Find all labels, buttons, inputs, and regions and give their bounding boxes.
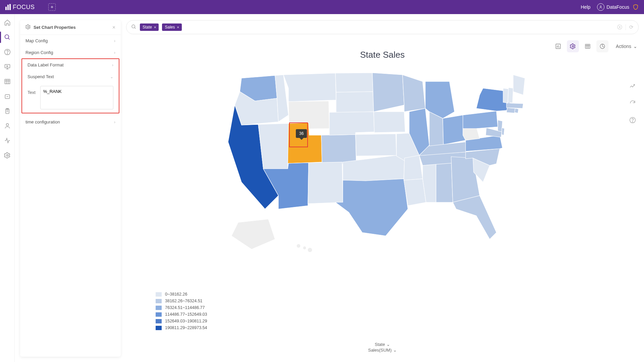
left-nav-rail [0,14,15,362]
user-menu[interactable]: DataFocus [597,3,639,11]
axis-labels: State ⌄ Sales(SUM) ⌄ [368,341,396,353]
svg-point-1 [5,35,9,39]
suspend-text-row[interactable]: Suspend Text ⌄ [22,71,119,83]
nav-user[interactable] [4,122,11,130]
map-svg [221,68,543,256]
map-legend: 0~38162.26 38162.26~76324.51 76324.51~11… [156,292,207,332]
state-hawaii [297,244,301,248]
map-config-row[interactable]: Map Config › [20,35,121,47]
clear-query-icon[interactable]: ⓧ [617,24,622,31]
nav-help[interactable] [4,48,11,56]
svg-point-9 [6,155,8,156]
data-label-format-row[interactable]: Data Label Format › [22,59,119,71]
state-new-mexico [308,162,343,204]
help-link[interactable]: Help [581,4,591,10]
info-icon[interactable] [629,117,636,125]
svg-point-10 [28,26,29,28]
panel-header: Set Chart Properties × [20,20,121,35]
state-maine [513,75,525,95]
actions-dropdown[interactable]: Actions ⌄ [616,44,637,49]
legend-swatch [156,292,162,297]
legend-swatch [156,319,162,323]
remove-pill-icon[interactable]: × [154,25,156,29]
state-new-hampshire [508,88,513,103]
chevron-down-icon: ⌄ [393,348,397,353]
legend-swatch [156,299,162,303]
nav-activity[interactable] [4,137,11,144]
remove-pill-icon[interactable]: × [177,25,179,29]
gear-icon [25,24,31,31]
chevron-right-icon: › [114,50,115,55]
usa-map[interactable]: 36 [221,68,543,256]
svg-point-8 [6,123,8,126]
legend-swatch [156,312,162,317]
state-rhode-island [515,108,519,113]
nav-clipboard[interactable] [4,107,11,115]
chevron-right-icon: › [112,63,113,67]
text-field-input[interactable] [40,86,113,109]
svg-point-17 [308,248,312,252]
time-config-label: time configuration [25,119,60,124]
region-config-row[interactable]: Region Config › [20,47,121,58]
chart-type-button[interactable] [596,40,608,52]
map-tooltip: 36 [296,129,307,138]
nav-settings[interactable] [4,152,11,159]
panel-close-button[interactable]: × [112,24,115,31]
svg-point-13 [572,46,574,47]
state-connecticut [506,108,515,113]
new-tab-button[interactable]: ＋ [48,3,56,11]
state-nevada [258,123,288,169]
refresh-query-icon[interactable]: ⟳ [629,24,634,30]
config-axes-button[interactable] [552,40,564,52]
state-north-dakota [335,73,373,92]
axis-measure[interactable]: Sales(SUM) ⌄ [368,348,396,353]
nav-present[interactable] [4,63,11,70]
state-pennsylvania [463,111,498,128]
chart-settings-button[interactable] [567,40,579,52]
chevron-down-icon: ⌄ [110,74,113,79]
chevron-right-icon: › [114,120,115,124]
shield-icon [633,4,639,10]
nav-table[interactable] [4,78,11,85]
svg-point-0 [600,6,601,7]
nav-box[interactable] [4,93,11,100]
text-field-label: Text [28,86,36,95]
time-config-row[interactable]: time configuration › [20,116,121,128]
user-name: DataFocus [606,4,629,10]
panel-title: Set Chart Properties [34,25,112,30]
legend-item: 190811.29~228973.54 [156,325,207,330]
chevron-down-icon: ⌄ [633,44,637,49]
divider [626,24,626,30]
app-name: FOCUS [13,4,35,11]
svg-point-11 [132,25,135,28]
state-massachusetts [506,103,523,108]
nav-home[interactable] [4,19,11,26]
state-louisiana [404,179,426,206]
nav-search[interactable] [4,34,11,41]
query-bar[interactable]: State× Sales× ⓧ ⟳ [126,20,639,34]
axis-category[interactable]: State ⌄ [368,342,396,347]
svg-point-19 [632,121,633,122]
app-logo: FOCUS [5,4,35,11]
state-west-virginia [463,127,480,140]
chart-mini-icon[interactable] [629,83,636,91]
state-minnesota [372,73,404,112]
topbar: FOCUS ＋ Help DataFocus [0,0,644,14]
logo-bars-icon [5,4,11,10]
query-pill-sales[interactable]: Sales× [162,23,181,31]
table-view-button[interactable] [582,40,594,52]
legend-swatch [156,306,162,310]
legend-item: 114486.77~152649.03 [156,312,207,317]
state-nebraska [329,112,374,135]
svg-point-3 [7,53,7,54]
highlighted-section: Data Label Format › Suspend Text ⌄ Text [21,58,119,113]
state-ohio [443,115,466,145]
chevron-down-icon: ⌄ [386,342,390,347]
region-config-label: Region Config [25,50,53,55]
query-pill-state[interactable]: State× [140,23,159,31]
svg-rect-14 [585,44,590,48]
refresh-icon[interactable] [629,100,636,108]
state-vermont [503,88,508,103]
svg-rect-5 [5,79,10,84]
suspend-text-label: Suspend Text [28,74,54,79]
